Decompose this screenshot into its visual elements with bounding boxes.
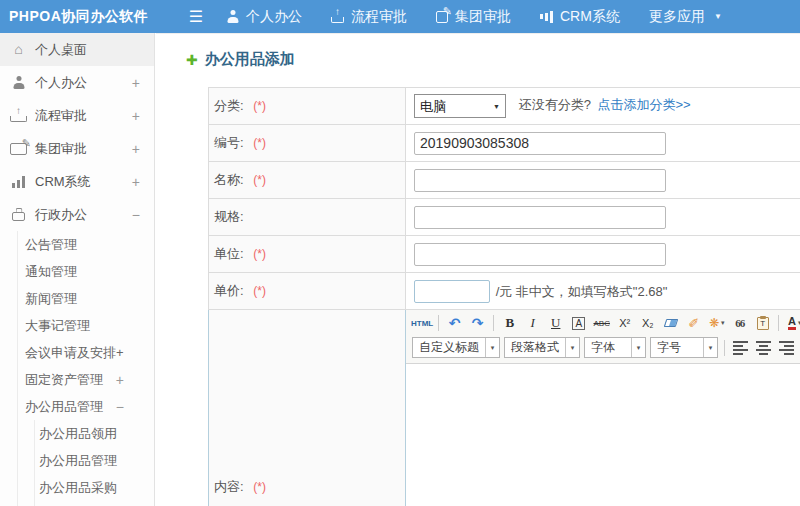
form-row-name: 名称: (*) bbox=[209, 162, 800, 199]
italic-button[interactable]: I bbox=[522, 313, 543, 333]
align-right-button[interactable] bbox=[776, 338, 797, 358]
main-content: ✚ 办公用品添加 分类: (*) 电脑 ▼ 还没有分类? 点击添加分类>> bbox=[156, 33, 800, 506]
app-logo[interactable]: PHPOA协同办公软件 bbox=[0, 8, 178, 26]
office-supplies-submenu: 办公用品领用 办公用品管理 办公用品采购 bbox=[34, 420, 154, 506]
unit-input[interactable] bbox=[414, 243, 666, 266]
menu-toggle-icon[interactable]: ☰ bbox=[178, 7, 214, 26]
sidebar-item-personal-office[interactable]: 个人办公 + bbox=[0, 66, 154, 99]
name-input[interactable] bbox=[414, 169, 666, 192]
paste-as-text-button[interactable]: T bbox=[752, 313, 773, 333]
category-select[interactable]: 电脑 bbox=[415, 95, 505, 117]
font-family-dropdown[interactable]: 字体 ▾ bbox=[584, 337, 646, 358]
paragraph-format-dropdown[interactable]: 段落格式 ▾ bbox=[504, 337, 580, 358]
remove-format-button[interactable] bbox=[660, 313, 681, 333]
form-row-category: 分类: (*) 电脑 ▼ 还没有分类? 点击添加分类>> bbox=[209, 88, 800, 125]
custom-heading-dropdown[interactable]: 自定义标题 ▾ bbox=[412, 337, 500, 358]
sidebar-item-news-mgmt[interactable]: 新闻管理 bbox=[18, 285, 154, 312]
chevron-down-icon: ▼ bbox=[714, 12, 722, 21]
expand-icon: + bbox=[116, 372, 124, 388]
redo-button[interactable]: ↷ bbox=[467, 313, 488, 333]
add-plus-icon: ✚ bbox=[186, 52, 198, 68]
person-icon bbox=[10, 76, 27, 89]
sidebar-item-meeting-request[interactable]: 会议申请及安排 + bbox=[18, 339, 154, 366]
sub-item-label: 公告管理 bbox=[25, 236, 77, 254]
chevron-down-icon: ▾ bbox=[721, 319, 725, 327]
font-color-button[interactable]: A▾ bbox=[784, 313, 800, 333]
sidebar-item-label: 集团审批 bbox=[35, 140, 87, 158]
required-mark: (*) bbox=[253, 173, 266, 187]
price-input[interactable] bbox=[414, 280, 490, 303]
expand-icon: + bbox=[132, 174, 140, 190]
underline-button[interactable]: U bbox=[545, 313, 566, 333]
sidebar-item-memorabilia-mgmt[interactable]: 大事记管理 bbox=[18, 312, 154, 339]
expand-icon: + bbox=[132, 141, 140, 157]
label-text: 单位: bbox=[214, 246, 244, 261]
sub-item-label: 会议申请及安排 bbox=[25, 344, 116, 362]
toolbar-separator bbox=[724, 340, 725, 356]
sidebar-item-desktop[interactable]: ⌂ 个人桌面 bbox=[0, 33, 154, 66]
field-label-content: 内容: (*) bbox=[209, 310, 406, 506]
sub-item-label: 办公用品采购 bbox=[39, 479, 117, 497]
superscript-button[interactable]: X² bbox=[614, 313, 635, 333]
font-size-dropdown[interactable]: 字号 ▾ bbox=[650, 337, 718, 358]
align-center-button[interactable] bbox=[753, 338, 774, 358]
home-icon: ⌂ bbox=[10, 43, 27, 56]
blockquote-button[interactable]: 66 bbox=[729, 313, 750, 333]
sidebar-item-supplies-requisition[interactable]: 办公用品领用 bbox=[35, 420, 154, 447]
sidebar-item-office-supplies-mgmt[interactable]: 办公用品管理 − bbox=[18, 393, 154, 420]
sidebar-item-group-approval[interactable]: 集团审批 + bbox=[0, 132, 154, 165]
sidebar-item-label: 流程审批 bbox=[35, 107, 87, 125]
bar-chart-icon bbox=[540, 11, 553, 23]
label-text: 分类: bbox=[214, 98, 244, 113]
sidebar-item-supplies-purchase[interactable]: 办公用品采购 bbox=[35, 474, 154, 501]
chevron-down-icon: ▾ bbox=[631, 338, 645, 357]
toolbar-separator bbox=[778, 315, 779, 331]
html-source-button[interactable]: HTML bbox=[411, 313, 433, 333]
sidebar-item-fixed-assets-mgmt[interactable]: 固定资产管理 + bbox=[18, 366, 154, 393]
page-title-text: 办公用品添加 bbox=[205, 50, 295, 69]
label-text: 单价: bbox=[214, 283, 244, 298]
rich-text-editor: HTML ↶ ↷ B I U A ABC X² X₂ bbox=[406, 310, 800, 506]
sidebar-item-admin-office[interactable]: 行政办公 − bbox=[0, 198, 154, 231]
sidebar-item-announcement-mgmt[interactable]: 公告管理 bbox=[18, 231, 154, 258]
edit-square-icon bbox=[10, 143, 27, 155]
sidebar-item-workflow-approval[interactable]: 流程审批 + bbox=[0, 99, 154, 132]
sidebar: ⌂ 个人桌面 个人办公 + 流程审批 + 集团审批 + CRM系统 + 行政办公… bbox=[0, 33, 155, 506]
topnav-workflow-approval[interactable]: 流程审批 bbox=[331, 8, 407, 26]
topnav-more-apps[interactable]: 更多应用 ▼ bbox=[649, 8, 722, 26]
clipboard-icon: T bbox=[757, 317, 769, 330]
sidebar-item-label: 个人桌面 bbox=[35, 41, 87, 59]
bar-chart-icon bbox=[10, 176, 27, 188]
topnav-personal-office[interactable]: 个人办公 bbox=[226, 8, 302, 26]
sidebar-item-crm-system[interactable]: CRM系统 + bbox=[0, 165, 154, 198]
required-mark: (*) bbox=[253, 480, 266, 494]
topnav-group-approval[interactable]: 集团审批 bbox=[436, 8, 511, 26]
expand-icon: + bbox=[116, 345, 124, 360]
bold-button[interactable]: B bbox=[499, 313, 520, 333]
label-text: 规格: bbox=[214, 209, 244, 224]
topnav-crm-system[interactable]: CRM系统 bbox=[540, 8, 620, 26]
eraser-icon bbox=[663, 319, 678, 327]
editor-content[interactable] bbox=[406, 364, 800, 506]
sub-item-label: 办公用品管理 bbox=[25, 398, 103, 416]
add-category-link[interactable]: 点击添加分类>> bbox=[597, 97, 690, 112]
font-border-button[interactable]: A bbox=[568, 313, 589, 333]
price-format-hint: /元 非中文，如填写格式"2.68" bbox=[496, 284, 668, 299]
spec-input[interactable] bbox=[414, 206, 666, 229]
sidebar-item-supplies-management[interactable]: 办公用品管理 bbox=[35, 447, 154, 474]
toolbar-separator bbox=[438, 315, 439, 331]
format-painter-button[interactable]: ✐ bbox=[683, 313, 704, 333]
form-row-spec: 规格: bbox=[209, 199, 800, 236]
collapse-icon: − bbox=[116, 399, 124, 415]
code-input[interactable] bbox=[414, 132, 666, 155]
chevron-down-icon: ▾ bbox=[703, 338, 717, 357]
form-row-price: 单价: (*) /元 非中文，如填写格式"2.68" bbox=[209, 273, 800, 310]
topnav-label: 流程审批 bbox=[351, 8, 407, 26]
sidebar-item-notice-mgmt[interactable]: 通知管理 bbox=[18, 258, 154, 285]
align-left-button[interactable] bbox=[730, 338, 751, 358]
auto-typeset-button[interactable]: ❋▾ bbox=[706, 313, 727, 333]
undo-button[interactable]: ↶ bbox=[444, 313, 465, 333]
subscript-button[interactable]: X₂ bbox=[637, 313, 658, 333]
align-center-icon bbox=[756, 340, 771, 356]
strikethrough-button[interactable]: ABC bbox=[591, 313, 612, 333]
